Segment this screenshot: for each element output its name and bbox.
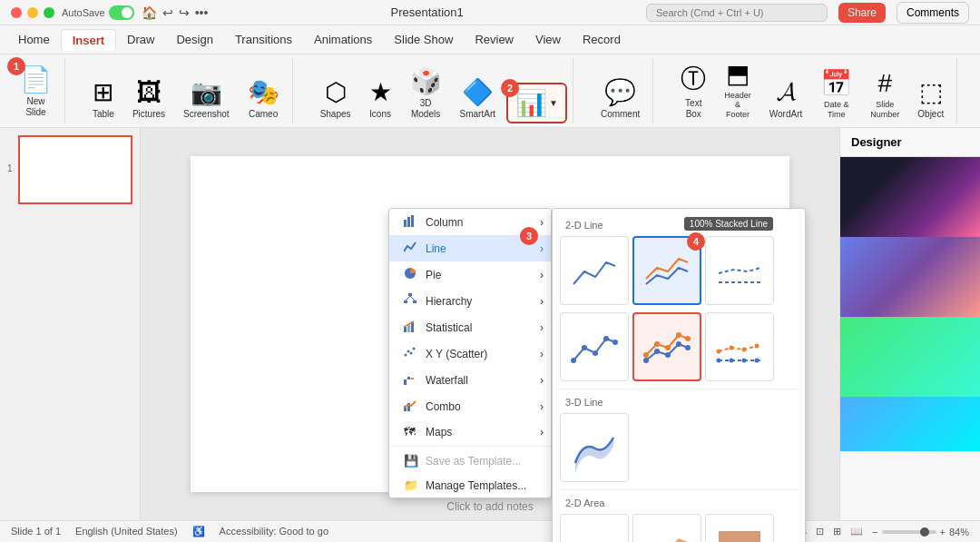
search-input[interactable]: [646, 4, 828, 22]
comments-header-button[interactable]: Comments: [897, 2, 969, 24]
object-button[interactable]: ⬚ Object: [910, 58, 951, 123]
smartart-button[interactable]: 🔷 SmartArt: [453, 58, 503, 123]
more-icon[interactable]: •••: [195, 5, 209, 20]
3d-models-label: 3D Models: [410, 98, 442, 120]
svg-point-28: [643, 358, 649, 363]
svg-point-25: [593, 350, 598, 356]
date-time-label: Date & Time: [820, 100, 852, 120]
designer-item-1[interactable]: [840, 157, 980, 237]
pictures-icon: 🖼: [136, 77, 162, 107]
chart-grid-2d-line-row1: 4 100% Stacked Line: [560, 232, 798, 309]
header-footer-button[interactable]: ⬒ Header & Footer: [717, 58, 759, 123]
wordart-button[interactable]: 𝓐 WordArt: [762, 58, 810, 123]
waterfall-icon: [404, 372, 418, 388]
autosave-toggle[interactable]: [109, 5, 134, 20]
table-icon: ⊞: [93, 77, 113, 107]
svg-point-46: [755, 344, 760, 349]
tab-insert[interactable]: Insert: [61, 29, 116, 51]
cameo-button[interactable]: 🎭 Cameo: [240, 58, 287, 123]
line-label: Line: [426, 242, 446, 255]
hierarchy-chevron: ›: [540, 295, 544, 308]
tab-home[interactable]: Home: [7, 29, 61, 50]
3d-models-button[interactable]: 🎲 3D Models: [403, 58, 449, 123]
menu-item-statistical[interactable]: Statistical ›: [389, 314, 551, 340]
zoom-out-icon[interactable]: −: [872, 527, 877, 537]
ribbon-content: 📄 New Slide 1 ⊞ Table 🖼 Pictures 📷: [0, 54, 980, 127]
chart-item-line-stacked[interactable]: 4: [632, 236, 701, 305]
tab-transitions[interactable]: Transitions: [224, 29, 303, 50]
designer-item-2[interactable]: [840, 237, 980, 317]
home-icon[interactable]: 🏠: [142, 5, 157, 20]
menu-item-waterfall[interactable]: Waterfall ›: [389, 367, 551, 393]
screenshot-button[interactable]: 📷 Screenshot: [176, 58, 237, 123]
chart-item-100-stacked-line[interactable]: 100% Stacked Line: [705, 236, 774, 305]
icons-button[interactable]: ★ Icons: [362, 58, 399, 123]
combo-chevron: ›: [540, 400, 544, 413]
menu-item-manage-templates[interactable]: 📁 Manage Templates...: [389, 473, 551, 498]
accessibility-icon: ♿: [192, 526, 205, 537]
redo-icon[interactable]: ↪: [179, 5, 190, 20]
tab-view[interactable]: View: [524, 29, 572, 50]
undo-icon[interactable]: ↩: [162, 5, 173, 20]
chart-item-3d-line[interactable]: [560, 413, 629, 482]
area-stacked-svg: [642, 524, 691, 542]
view-normal-icon[interactable]: ⊡: [816, 526, 824, 537]
line-chart-submenu: 3 2-D Line 4: [552, 208, 806, 542]
menu-separator-1: [389, 446, 551, 447]
zoom-slider[interactable]: [882, 530, 936, 534]
pictures-button[interactable]: 🖼 Pictures: [125, 58, 172, 123]
designer-item-4[interactable]: [840, 397, 980, 451]
zoom-thumb: [920, 527, 929, 537]
badge-3-wrap: 3: [520, 227, 538, 245]
comment-button[interactable]: 💬 Comment: [593, 58, 647, 123]
tab-design[interactable]: Design: [165, 29, 223, 50]
pie-chevron: ›: [540, 269, 544, 281]
chart-item-line-basic[interactable]: [560, 236, 629, 305]
statistical-icon: [404, 320, 418, 335]
slide-1-row: 1: [7, 135, 132, 204]
smartart-icon: 🔷: [462, 77, 494, 107]
title-bar-left: AutoSave 🏠 ↩ ↪ •••: [11, 5, 208, 20]
chart-item-100-stacked-markers[interactable]: [705, 312, 774, 381]
menu-item-pie[interactable]: Pie ›: [389, 261, 551, 288]
close-button[interactable]: [11, 7, 22, 18]
badge-3: 3: [520, 227, 538, 245]
table-button[interactable]: ⊞ Table: [85, 58, 122, 123]
chart-item-area-stacked[interactable]: [632, 514, 701, 542]
textbox-button[interactable]: Ⓣ Text Box: [673, 58, 713, 123]
view-reading-icon[interactable]: 📖: [850, 526, 863, 537]
chart-item-stacked-line-markers[interactable]: [632, 312, 701, 381]
chart-grid-2d-line-row2: [560, 309, 798, 385]
minimize-button[interactable]: [27, 7, 38, 18]
menu-item-maps[interactable]: 🗺 Maps ›: [389, 419, 551, 444]
svg-point-42: [755, 359, 760, 363]
designer-panel: Designer: [839, 128, 980, 520]
designer-item-3[interactable]: [840, 317, 980, 397]
tab-record[interactable]: Record: [572, 29, 632, 50]
date-time-button[interactable]: 📅 Date & Time: [813, 58, 859, 123]
chart-item-area-100-stacked[interactable]: [705, 514, 774, 542]
maximize-button[interactable]: [44, 7, 54, 18]
svg-point-39: [717, 359, 721, 363]
slide-number-button[interactable]: # Slide Number: [863, 58, 906, 123]
svg-point-45: [742, 348, 747, 352]
zoom-in-icon[interactable]: +: [940, 527, 946, 537]
area-basic-svg: [570, 524, 619, 542]
menu-item-xy-scatter[interactable]: X Y (Scatter) ›: [389, 340, 551, 367]
chart-divider-1: [560, 389, 798, 389]
shapes-button[interactable]: ⬡ Shapes: [313, 58, 358, 123]
chart-item-line-markers[interactable]: [560, 312, 629, 381]
menu-item-hierarchy[interactable]: Hierarchy ›: [389, 288, 551, 314]
tab-draw[interactable]: Draw: [116, 29, 165, 50]
svg-point-23: [571, 358, 576, 363]
tab-slideshow[interactable]: Slide Show: [383, 29, 464, 50]
share-button[interactable]: Share: [838, 3, 886, 23]
tab-review[interactable]: Review: [464, 29, 524, 50]
tab-animations[interactable]: Animations: [303, 29, 383, 50]
slide-thumbnail[interactable]: [18, 135, 132, 204]
menu-item-combo[interactable]: Combo ›: [389, 393, 551, 419]
chart-item-area-basic[interactable]: [560, 514, 629, 542]
svg-rect-17: [404, 379, 407, 385]
accessibility-status: Accessibility: Good to go: [220, 526, 328, 537]
view-slide-sorter-icon[interactable]: ⊞: [833, 526, 841, 537]
